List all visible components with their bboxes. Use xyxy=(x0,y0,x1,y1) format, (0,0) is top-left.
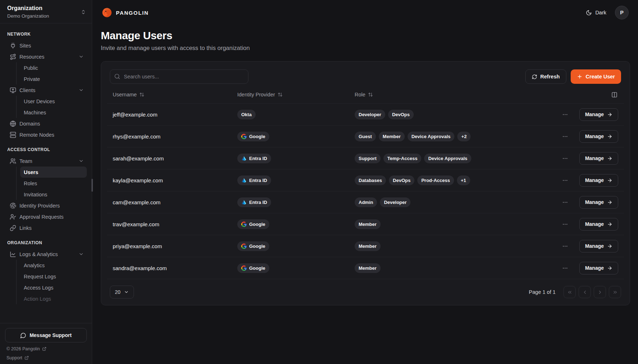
manage-button[interactable]: Manage xyxy=(579,240,618,252)
identity-provider-icon xyxy=(241,265,249,271)
brand: PANGOLIN xyxy=(102,7,149,18)
brand-name: PANGOLIN xyxy=(116,10,149,16)
row-menu-button[interactable] xyxy=(561,110,570,119)
column-header-identity-provider[interactable]: Identity Provider xyxy=(237,92,355,97)
sidebar-subitem[interactable]: Public xyxy=(20,62,87,73)
roles-cell: Member xyxy=(355,263,556,273)
manage-button[interactable]: Manage xyxy=(579,152,618,165)
org-switcher[interactable]: Organization Demo Organization xyxy=(0,0,92,23)
roles-cell: Databases DevOps Prod-Access +1 xyxy=(355,176,556,185)
identity-provider-icon xyxy=(241,222,249,227)
google-icon xyxy=(241,265,247,271)
sidebar-item[interactable]: Logs & Analytics xyxy=(5,249,87,260)
sidebar-item[interactable]: Approval Requests xyxy=(5,211,87,222)
support-link[interactable]: Support xyxy=(5,355,87,360)
sidebar-subitem[interactable]: Request Logs xyxy=(20,271,87,282)
sidebar-item-label: Links xyxy=(19,225,32,231)
manage-button[interactable]: Manage xyxy=(579,174,618,187)
column-header-username[interactable]: Username xyxy=(113,92,237,97)
sidebar-subitem[interactable]: Action Logs xyxy=(20,293,87,304)
sort-icon xyxy=(368,92,373,97)
identity-provider-icon xyxy=(241,156,249,161)
sidebar-subitem[interactable]: Analytics xyxy=(20,260,87,271)
external-link-icon xyxy=(42,347,46,351)
role-badge: Member xyxy=(355,219,381,229)
sidebar-subitem-label: Request Logs xyxy=(24,274,56,279)
link-icon xyxy=(10,225,16,231)
search-input[interactable] xyxy=(110,69,248,84)
message-circle-icon xyxy=(20,332,26,338)
sidebar-item[interactable]: Team xyxy=(5,155,87,167)
next-page-button[interactable] xyxy=(594,286,606,298)
sidebar-subitem[interactable]: Invitations xyxy=(20,189,87,200)
sidebar-nav: NETWORK xyxy=(0,23,92,323)
sidebar-item-icon xyxy=(10,132,16,138)
manage-button[interactable]: Manage xyxy=(579,130,618,143)
row-menu-cell xyxy=(556,110,574,119)
sidebar-item[interactable]: Identity Providers xyxy=(5,200,87,211)
role-badge: Admin xyxy=(355,197,377,207)
manage-button[interactable]: Manage xyxy=(579,218,618,231)
chevron-down-icon xyxy=(78,54,84,59)
message-support-button[interactable]: Message Support xyxy=(5,328,87,342)
sidebar-subitem[interactable]: User Devices xyxy=(20,96,87,107)
row-menu-button[interactable] xyxy=(561,154,570,163)
manage-button[interactable]: Manage xyxy=(579,262,618,274)
roles-cell: Member xyxy=(355,219,556,229)
page-title: Manage Users xyxy=(101,29,630,42)
row-menu-button[interactable] xyxy=(561,264,570,273)
table-row: sandra@example.com Google xyxy=(107,257,624,279)
identity-provider-cell: Google xyxy=(237,132,355,141)
org-name: Demo Organization xyxy=(7,13,49,19)
sidebar-item[interactable]: Clients xyxy=(5,85,87,96)
sidebar-subitem[interactable]: Roles xyxy=(20,178,87,189)
sidebar-item-label: Domains xyxy=(19,121,40,127)
sidebar-subitem[interactable]: Private xyxy=(20,73,87,85)
identity-provider-name: Okta xyxy=(241,112,252,117)
sidebar-subitem[interactable]: Users xyxy=(20,167,87,178)
role-badge: DevOps xyxy=(389,176,414,185)
column-header-role[interactable]: Role xyxy=(355,92,556,97)
sidebar-item-icon xyxy=(10,214,16,220)
row-menu-button[interactable] xyxy=(561,220,570,229)
row-menu-button[interactable] xyxy=(561,198,570,207)
arrow-right-icon xyxy=(607,200,612,205)
sidebar-subitem[interactable]: Access Logs xyxy=(20,282,87,293)
more-horizontal-icon xyxy=(562,221,568,227)
row-menu-button[interactable] xyxy=(561,132,570,141)
manage-label: Manage xyxy=(585,133,604,139)
avatar[interactable]: P xyxy=(615,6,629,19)
sidebar-item[interactable]: Resources xyxy=(5,51,87,62)
refresh-button[interactable]: Refresh xyxy=(525,69,566,84)
users-icon xyxy=(10,158,16,164)
last-page-button[interactable] xyxy=(609,286,621,298)
sidebar-section-label: ORGANIZATION xyxy=(5,240,87,245)
sidebar-item[interactable]: Sites xyxy=(5,40,87,51)
manage-cell: Manage xyxy=(574,262,618,274)
page-size-select[interactable]: 20 xyxy=(110,286,134,299)
sidebar-item-label: Remote Nodes xyxy=(19,132,54,138)
sidebar-item[interactable]: Remote Nodes xyxy=(5,129,87,140)
chevron-right-icon xyxy=(597,290,603,295)
sidebar-resize-handle[interactable] xyxy=(91,179,93,192)
row-menu-button[interactable] xyxy=(561,242,570,251)
row-menu-button[interactable] xyxy=(561,176,570,185)
role-badge: +2 xyxy=(457,132,471,141)
sidebar-item[interactable]: Links xyxy=(5,222,87,233)
columns-toggle-button[interactable] xyxy=(611,91,618,99)
first-page-button[interactable] xyxy=(563,286,576,298)
theme-toggle-button[interactable]: Dark xyxy=(584,8,608,18)
roles-cell: Guest Member Device Approvals +2 xyxy=(355,132,556,141)
google-icon xyxy=(241,244,247,249)
sidebar-item[interactable]: Domains xyxy=(5,118,87,129)
manage-button[interactable]: Manage xyxy=(579,196,618,209)
sidebar-subitem[interactable]: Machines xyxy=(20,107,87,118)
sidebar-section-items: Logs & Analytics Analytics xyxy=(5,249,87,304)
previous-page-button[interactable] xyxy=(579,286,591,298)
sidebar-subitems: User Devices Machines xyxy=(16,96,87,118)
manage-button[interactable]: Manage xyxy=(579,108,618,121)
username-cell: rhys@example.com xyxy=(113,133,237,140)
row-menu-cell xyxy=(556,154,574,163)
create-user-button[interactable]: Create User xyxy=(571,69,621,84)
copyright-link[interactable]: © 2026 Pangolin xyxy=(5,346,87,351)
